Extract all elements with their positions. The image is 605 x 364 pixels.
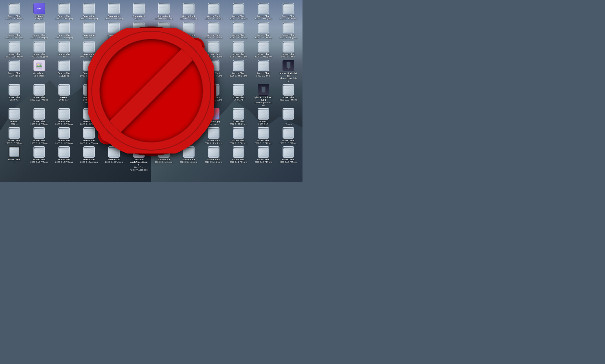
desktop-file-icon[interactable]: Screen Shot2020-0...M (2).png <box>77 59 102 83</box>
desktop-file-icon[interactable]: Screen...2020-0...P <box>51 83 77 107</box>
desktop-file-icon[interactable]: Screen...2020-... <box>2 107 27 126</box>
desktop-file-icon[interactable]: Screen Shot2020-0...5 PM.png <box>276 145 301 172</box>
desktop-file-icon[interactable]: Screen Shot2020-0...5 PM.png <box>276 126 301 145</box>
desktop-file-icon[interactable]: Screen Shot2020-0...2 AM.png <box>77 145 102 172</box>
desktop-file-icon[interactable]: Screen Shot2020-0...6 PM.png <box>51 21 77 40</box>
desktop-file-icon[interactable]: Screen Shot2020-0...PM 3.png <box>201 83 226 107</box>
desktop-file-icon[interactable]: Screen Shot2020-0...5 PM.png <box>276 2 301 21</box>
desktop-file-icon[interactable]: Screen Shot2020-0... <box>176 107 201 126</box>
desktop-file-icon[interactable]: Screen Shot2020-0...1 PM.png <box>2 40 27 59</box>
file-thumbnail <box>9 127 20 139</box>
desktop-file-icon[interactable]: Screen Shot2020-0...3 PM.png <box>176 2 201 21</box>
desktop-file-icon[interactable]: Screen Shot2020-0...M (2).png <box>226 107 251 126</box>
desktop-file-icon[interactable]: Screen Shot2020-0...9 PM.png <box>226 2 251 21</box>
desktop-file-icon[interactable]: Screen Shot2020-0...PM 1.png <box>201 40 226 59</box>
desktop-file-icon[interactable]: Screen Shot202... <box>151 21 176 40</box>
desktop-file-icon[interactable]: Screen Shot2020-05...1(2).png <box>176 145 201 172</box>
desktop-file-icon[interactable]: Screen Shot2020-0...7 PM.png <box>151 40 176 59</box>
desktop-file-icon[interactable]: Screen Shot2020-0...PM 1.png <box>201 126 226 145</box>
desktop-file-icon[interactable]: Screen Shot2020-0...9 PM.png <box>126 59 151 83</box>
desktop-file-icon[interactable]: Screen Shot2020-0...2 PM.png <box>51 145 77 172</box>
desktop-file-icon[interactable]: Screen Shot...9 PM.png <box>176 21 201 40</box>
desktop-file-icon[interactable]: Screen Shot2020-0...6 AM.png <box>126 126 151 145</box>
desktop-file-icon[interactable]: iphone11prolineup.jpgiphone11prolineup.j… <box>251 83 276 107</box>
desktop-file-icon[interactable]: iphone11splash.jpgiphone11splash.jpg <box>276 59 301 83</box>
desktop-file-icon[interactable]: Screen Shot2020-0...5 PM.png <box>226 126 251 145</box>
desktop-file-icon[interactable]: Screen Shot2020-06...1(2).png <box>276 21 301 40</box>
desktop-file-icon[interactable]: Screen Shot2020-05...1(2).png <box>27 40 51 59</box>
desktop-file-icon[interactable]: Screen Shot2020-0...9 PM.png <box>151 2 176 21</box>
file-label: Screen Shot2020-0...0 PM.png <box>30 158 48 163</box>
desktop-file-icon[interactable]: Screen Shot.ng <box>51 40 77 59</box>
desktop-file-icon[interactable]: Screen Shot2020-0...M (2).png <box>251 2 276 21</box>
desktop-file-icon[interactable]: Screen Shot2020-0...9 PM.png <box>201 59 226 83</box>
file-thumbnail <box>133 108 145 120</box>
desktop-file-icon[interactable]: Screen Shot2020-0...PM 2. <box>251 59 276 83</box>
desktop-file-icon[interactable]: Screen Shot2020-0...5 PM.png <box>77 107 102 126</box>
desktop-file-icon[interactable]: Screen Shot2020-0...2 PM.png <box>226 145 251 172</box>
desktop-file-icon[interactable]: Screen Shot2020-0...PM 2. <box>276 40 301 59</box>
desktop-file-icon[interactable]: Screen Shot...3(2).png <box>51 59 77 83</box>
desktop-file-icon[interactable]: Screen Shot...5 PM.ng <box>226 83 251 107</box>
desktop-file-icon[interactable]: Screen Shot2020-0...6 PM.png <box>226 21 251 40</box>
desktop-file-icon[interactable]: Screen Shot2020-0...6 PM.png <box>2 126 27 145</box>
desktop-file-icon[interactable]: p...p... <box>176 126 201 145</box>
desktop-file-icon[interactable]: Screen Shot2020-0...7 PM.png <box>176 40 201 59</box>
desktop-file-icon[interactable]: test.phptest.php <box>27 2 51 21</box>
desktop-file-icon[interactable]: airpods_p...up_header. <box>27 59 51 83</box>
desktop-file-icon[interactable]: Screen Shot2020-0...2(2).png <box>126 21 151 40</box>
desktop-file-icon[interactable]: Screen Shot2020-0...3 PM.png <box>77 2 102 21</box>
desktop-file-icon[interactable]: Screen Cr...2020-0.... <box>102 59 126 83</box>
desktop-file-icon[interactable]: Screen Shot2020-0...8 PM.png <box>251 126 276 145</box>
desktop-file-icon[interactable]: Screen Shot2020-0... <box>126 2 151 21</box>
desktop-file-icon[interactable]: Screen Shot2020-0...7 PM.png <box>126 83 151 107</box>
desktop-file-icon[interactable]: Screen Shot2020-0...M (2).png <box>251 40 276 59</box>
desktop-file-icon[interactable]: Screen Shot2020-0...5 PM.png <box>276 83 301 107</box>
desktop-file-icon[interactable]: Screen Shot2020-0...0 PM.png <box>27 145 51 172</box>
desktop-file-icon[interactable]: ...(2).png <box>276 107 301 126</box>
desktop-file-icon[interactable]: Screen Shot2020-0...M (2).png <box>77 126 102 145</box>
desktop-file-icon[interactable]: Screen Shot2020-0...png <box>102 21 126 40</box>
desktop-file-icon[interactable]: Screen Shot2020-0...8 PM.png <box>2 2 27 21</box>
desktop-file-icon[interactable]: Screen Shot2020-06...1(2).png <box>126 107 151 126</box>
desktop-file-icon[interactable]: Screen Shot2020-0...1 PM.png <box>102 83 126 107</box>
desktop-file-icon[interactable]: Screen Shot2020-0...1 PM.png <box>27 126 51 145</box>
desktop-file-icon[interactable]: Screen Shot202... <box>126 40 151 59</box>
desktop-file-icon[interactable]: Screen Shot2020-0...3 PM.png <box>102 2 126 21</box>
desktop-file-icon[interactable]: Screen Shot2020-0...8 AM.png <box>27 21 51 40</box>
desktop-file-icon[interactable]: Screen Shot2020-0...1 PM.png <box>102 40 126 59</box>
desktop-file-icon[interactable]: Screen Shot— <box>2 145 27 172</box>
desktop-file-icon[interactable]: Screen Shot2020-0...7 <box>77 21 102 40</box>
desktop-file-icon[interactable]: Over-Ear-ApplePh...edb.pngOver-Ear- Appl… <box>126 145 151 172</box>
desktop-file-icon[interactable]: Screen Shot2020-0...9 PM.png <box>27 83 51 107</box>
desktop-file-icon[interactable]: Screen Shot2020-0...8 PM.png <box>251 145 276 172</box>
desktop-file-icon[interactable]: Screen Shot2020-0...PM 3.png <box>176 83 201 107</box>
desktop-file-icon[interactable]: Screen Shot...1 PM.png <box>2 59 27 83</box>
desktop-file-icon[interactable]: Screen Shot2020-0...M (2).png <box>102 107 126 126</box>
desktop-file-icon[interactable]: iphonexr.jpgiphonexr.jpg <box>201 107 226 126</box>
desktop-file-icon[interactable]: Screen Shot2020-05...1(2).png <box>201 145 226 172</box>
desktop-file-icon[interactable]: Screen Shot2020-0...PM 1.png <box>2 21 27 40</box>
desktop-file-icon[interactable]: Screen Shot2020-0...1 PM.png <box>151 126 176 145</box>
desktop-file-icon[interactable]: Screen Shot2020-0...PM 1.png <box>51 2 77 21</box>
desktop-file-icon[interactable]: Screen...2020-0...C <box>251 107 276 126</box>
desktop-file-icon[interactable]: Screen Shot2020-0...3 PM.png <box>251 21 276 40</box>
desktop-file-icon[interactable]: Screen Shot2020-0...4 PM.png <box>201 2 226 21</box>
desktop-file-icon[interactable]: Screen Shot2020-0...3 PM.png <box>102 145 126 172</box>
desktop-file-icon[interactable]: Screen Shot2020-0...9 PM.png <box>102 126 126 145</box>
desktop-file-icon[interactable]: Screen Shot2020-0...0 PM.png <box>201 21 226 40</box>
desktop-file-icon[interactable]: Screen Shot2020-0...6 PM.png <box>51 107 77 126</box>
desktop-file-icon[interactable]: Screen Shot2020-0...3(2).png <box>151 107 176 126</box>
desktop-file-icon[interactable]: Screen Shot2020-0...1 PM.png <box>51 126 77 145</box>
desktop-file-icon[interactable]: Screen Shot2020-0...2(2). <box>176 59 201 83</box>
desktop-file-icon[interactable]: Screen Shot2020-0... <box>2 83 27 107</box>
desktop-file-icon[interactable]: Screen Shot2020-0...0 PM.png <box>151 83 176 107</box>
desktop-file-icon[interactable]: Screen Shot2020-0...4 PM.png <box>27 107 51 126</box>
desktop-file-icon[interactable]: Screen Shot2020-0...PM 3.png <box>77 40 102 59</box>
desktop-file-icon[interactable]: Screen Shot2020-0...M (2).png <box>226 59 251 83</box>
desktop-file-icon[interactable]: Screen Shot2020-0...M (2).png <box>226 40 251 59</box>
desktop-file-icon[interactable]: Screen Shot2020-0...M (2).png <box>151 59 176 83</box>
desktop-file-icon[interactable]: Screen Shot2020-0-0...2 PM.png <box>77 83 102 107</box>
file-thumbnail <box>9 3 20 14</box>
desktop-file-icon[interactable]: Screen Shot2020-05...1(2).png <box>151 145 176 172</box>
